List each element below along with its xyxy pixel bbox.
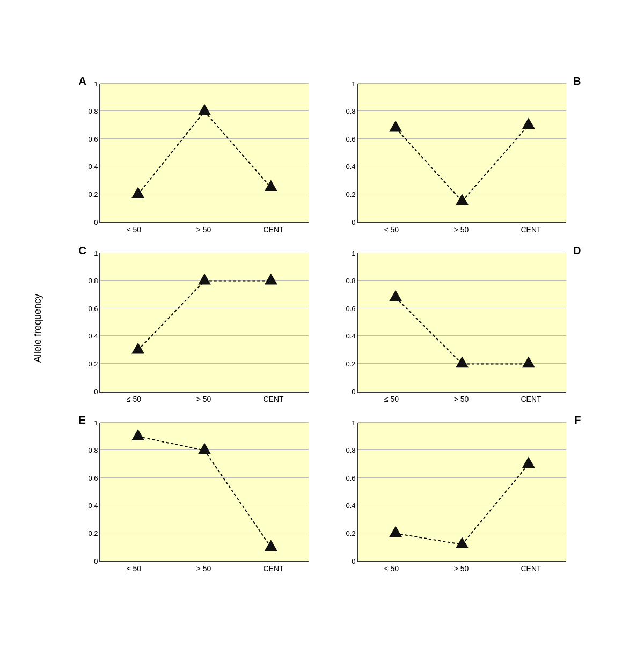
panel-label-B: B [573, 75, 581, 87]
y-tick-B-1: 1 [352, 79, 357, 87]
chart-plot-A: 00.20.40.60.81 [99, 84, 309, 223]
y-tick-E-1: 1 [94, 418, 100, 426]
y-tick-F-0.8: 0.8 [346, 446, 357, 454]
y-tick-E-0.2: 0.2 [88, 529, 100, 537]
y-tick-F-0: 0 [352, 557, 357, 565]
panel-label-A: A [79, 75, 86, 87]
triangle-D-0 [389, 290, 402, 301]
figure-container: Allele frequency A00.20.40.60.81≤ 50> 50… [27, 63, 617, 593]
chart-panel-F: F00.20.40.60.81≤ 50> 50CENT [335, 413, 582, 573]
svg-line-0 [138, 111, 204, 194]
svg-line-11 [462, 464, 529, 544]
triangle-C-0 [131, 342, 144, 353]
y-tick-B-0.4: 0.4 [346, 163, 357, 171]
triangle-D-2 [522, 356, 535, 367]
charts-row-2: C00.20.40.60.81≤ 50> 50CENTD00.20.40.60.… [48, 244, 612, 403]
x-label-A-0: ≤ 50 [99, 225, 169, 234]
chart-plot-E: 00.20.40.60.81 [99, 423, 309, 562]
y-tick-C-0.4: 0.4 [88, 332, 100, 340]
y-tick-A-0.6: 0.6 [88, 135, 100, 143]
panel-label-D: D [573, 245, 581, 257]
triangle-E-2 [264, 540, 277, 551]
y-tick-B-0.8: 0.8 [346, 107, 357, 115]
y-tick-C-0.6: 0.6 [88, 304, 100, 312]
x-label-B-2: CENT [496, 225, 566, 234]
triangle-C-2 [264, 273, 277, 284]
y-tick-A-0.2: 0.2 [88, 190, 100, 198]
svg-line-4 [138, 281, 204, 350]
x-label-A-2: CENT [239, 225, 309, 234]
chart-plot-F: 00.20.40.60.81 [357, 423, 566, 562]
triangle-D-1 [455, 356, 468, 367]
y-tick-C-1: 1 [94, 249, 100, 257]
triangle-A-1 [197, 104, 210, 115]
chart-panel-C: C00.20.40.60.81≤ 50> 50CENT [78, 244, 325, 403]
triangle-A-2 [264, 180, 277, 191]
y-tick-E-0: 0 [94, 557, 100, 565]
charts-row-3: E00.20.40.60.81≤ 50> 50CENTF00.20.40.60.… [48, 413, 612, 573]
triangle-E-0 [131, 429, 144, 440]
y-tick-E-0.6: 0.6 [88, 474, 100, 482]
x-label-B-0: ≤ 50 [357, 225, 427, 234]
y-tick-B-0.6: 0.6 [346, 135, 357, 143]
x-label-F-2: CENT [496, 564, 566, 573]
y-tick-F-0.2: 0.2 [346, 529, 357, 537]
y-tick-C-0.8: 0.8 [88, 277, 100, 285]
x-label-F-1: > 50 [427, 564, 496, 573]
y-tick-D-0.6: 0.6 [346, 304, 357, 312]
svg-line-1 [204, 111, 271, 187]
panel-label-C: C [79, 245, 86, 257]
chart-plot-D: 00.20.40.60.81 [357, 253, 566, 393]
y-tick-A-1: 1 [94, 79, 100, 87]
y-tick-D-1: 1 [352, 249, 357, 257]
y-tick-B-0: 0 [352, 218, 357, 226]
panel-label-F: F [574, 414, 581, 426]
triangle-F-2 [522, 456, 535, 468]
x-label-E-2: CENT [239, 564, 309, 573]
triangle-C-1 [197, 273, 210, 284]
x-label-D-1: > 50 [427, 395, 496, 403]
y-tick-F-1: 1 [352, 418, 357, 426]
y-tick-E-0.8: 0.8 [88, 446, 100, 454]
panel-label-E: E [79, 414, 86, 426]
x-label-F-0: ≤ 50 [357, 564, 427, 573]
y-tick-A-0.8: 0.8 [88, 107, 100, 115]
chart-panel-A: A00.20.40.60.81≤ 50> 50CENT [78, 74, 325, 234]
x-label-C-1: > 50 [169, 395, 239, 403]
x-label-E-0: ≤ 50 [99, 564, 169, 573]
x-label-D-2: CENT [496, 395, 566, 403]
y-axis-label: Allele frequency [32, 232, 43, 425]
chart-panel-E: E00.20.40.60.81≤ 50> 50CENT [78, 413, 325, 573]
y-tick-A-0: 0 [94, 218, 100, 226]
y-tick-C-0.2: 0.2 [88, 359, 100, 367]
y-tick-D-0.2: 0.2 [346, 359, 357, 367]
svg-line-3 [462, 125, 529, 201]
x-label-A-1: > 50 [169, 225, 239, 234]
svg-line-2 [396, 128, 462, 201]
svg-line-8 [138, 436, 204, 450]
svg-line-10 [396, 533, 462, 544]
y-tick-D-0.4: 0.4 [346, 332, 357, 340]
chart-panel-D: D00.20.40.60.81≤ 50> 50CENT [335, 244, 582, 403]
chart-plot-C: 00.20.40.60.81 [99, 253, 309, 393]
x-label-E-1: > 50 [169, 564, 239, 573]
x-label-D-0: ≤ 50 [357, 395, 427, 403]
triangle-F-0 [389, 526, 402, 537]
y-tick-D-0.8: 0.8 [346, 277, 357, 285]
charts-area: A00.20.40.60.81≤ 50> 50CENTB00.20.40.60.… [48, 74, 612, 583]
y-tick-B-0.2: 0.2 [346, 190, 357, 198]
triangle-E-1 [197, 443, 210, 454]
y-tick-C-0: 0 [94, 387, 100, 395]
triangle-B-0 [389, 120, 402, 131]
svg-line-9 [204, 450, 271, 547]
chart-plot-B: 00.20.40.60.81 [357, 84, 566, 223]
chart-panel-B: B00.20.40.60.81≤ 50> 50CENT [335, 74, 582, 234]
y-tick-D-0: 0 [352, 387, 357, 395]
x-label-B-1: > 50 [427, 225, 496, 234]
triangle-B-2 [522, 117, 535, 129]
x-label-C-0: ≤ 50 [99, 395, 169, 403]
x-label-C-2: CENT [239, 395, 309, 403]
y-tick-F-0.4: 0.4 [346, 502, 357, 510]
charts-row-1: A00.20.40.60.81≤ 50> 50CENTB00.20.40.60.… [48, 74, 612, 234]
y-tick-E-0.4: 0.4 [88, 502, 100, 510]
